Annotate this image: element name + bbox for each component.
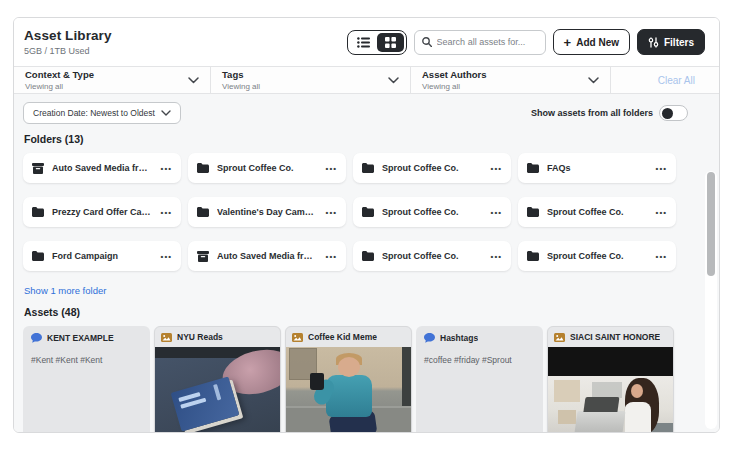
- folder-icon: [527, 163, 539, 173]
- folder-card[interactable]: Auto Saved Media from Co... •••: [188, 241, 346, 271]
- filter-tags-text: Tags Viewing all: [222, 69, 260, 91]
- asset-title: Coffee Kid Meme: [308, 332, 377, 342]
- asset-card-image[interactable]: Coffee Kid Meme: [285, 326, 412, 433]
- folder-name: Valentine's Day Campaign (...: [217, 207, 318, 217]
- folder-menu-button[interactable]: •••: [656, 252, 667, 261]
- filter-context-type-text: Context & Type Viewing all: [25, 69, 94, 91]
- folder-name: FAQs: [547, 163, 648, 173]
- folder-menu-button[interactable]: •••: [491, 252, 502, 261]
- folder-icon: [527, 207, 539, 217]
- filter-asset-authors[interactable]: Asset Authors Viewing all: [411, 67, 611, 93]
- asset-library-panel: Asset Library 5GB / 1TB Used: [13, 17, 720, 433]
- chevron-down-icon: [588, 77, 599, 84]
- asset-body-text: #coffee #friday #Sprout: [424, 355, 535, 365]
- clear-all-button[interactable]: Clear All: [611, 67, 719, 93]
- folder-menu-button[interactable]: •••: [656, 164, 667, 173]
- folder-card[interactable]: Sprout Coffee Co. •••: [518, 241, 676, 271]
- filter-value: Viewing all: [422, 82, 487, 91]
- controls-row: Creation Date: Newest to Oldest Show ass…: [23, 102, 710, 124]
- asset-card-image[interactable]: SIACI SAINT HONORE: [547, 326, 674, 433]
- archive-folder-icon: [197, 251, 209, 262]
- folder-icon: [32, 251, 44, 261]
- folder-menu-button[interactable]: •••: [161, 164, 172, 173]
- add-new-label: Add New: [576, 37, 619, 48]
- asset-title: SIACI SAINT HONORE: [570, 332, 660, 342]
- asset-card-header: SIACI SAINT HONORE: [548, 327, 673, 347]
- list-view-button[interactable]: [350, 33, 377, 52]
- asset-body-text: #Kent #Kent #Kent: [31, 355, 142, 365]
- folder-card[interactable]: Sprout Coffee Co. •••: [353, 197, 511, 227]
- toggle-knob: [662, 108, 673, 119]
- folder-name: Sprout Coffee Co.: [382, 251, 483, 261]
- folder-menu-button[interactable]: •••: [326, 252, 337, 261]
- folder-menu-button[interactable]: •••: [656, 208, 667, 217]
- folder-icon: [32, 207, 44, 217]
- show-all-folders-label: Show assets from all folders: [531, 108, 653, 118]
- filter-asset-authors-text: Asset Authors Viewing all: [422, 69, 487, 91]
- folder-menu-button[interactable]: •••: [491, 208, 502, 217]
- folder-menu-button[interactable]: •••: [491, 164, 502, 173]
- chevron-down-icon: [188, 77, 199, 84]
- folder-name: Sprout Coffee Co.: [547, 251, 648, 261]
- folder-name: Sprout Coffee Co.: [382, 163, 483, 173]
- folder-card[interactable]: Sprout Coffee Co. •••: [518, 197, 676, 227]
- folder-card[interactable]: Sprout Coffee Co. •••: [353, 153, 511, 183]
- filter-label: Asset Authors: [422, 69, 487, 80]
- folder-card[interactable]: Prezzy Card Offer Campaign •••: [23, 197, 181, 227]
- header-actions: + Add New Filters: [347, 29, 705, 55]
- sort-dropdown[interactable]: Creation Date: Newest to Oldest: [23, 102, 181, 124]
- asset-thumbnail: [548, 347, 673, 433]
- asset-card-header: KENT EXAMPLE: [31, 333, 142, 343]
- asset-title: Hashtags: [440, 333, 478, 343]
- asset-thumbnail: [155, 347, 280, 433]
- chat-bubble-icon: [424, 333, 435, 343]
- asset-title: NYU Reads: [177, 332, 223, 342]
- filter-label: Tags: [222, 69, 260, 80]
- folder-icon: [362, 207, 374, 217]
- filters-label: Filters: [664, 37, 694, 48]
- add-new-button[interactable]: + Add New: [553, 29, 630, 55]
- asset-card-image[interactable]: NYU Reads: [154, 326, 281, 433]
- folder-name: Sprout Coffee Co.: [547, 207, 648, 217]
- folder-card[interactable]: Valentine's Day Campaign (... •••: [188, 197, 346, 227]
- storage-used-label: 5GB / 1TB Used: [24, 46, 112, 56]
- folder-card[interactable]: Sprout Coffee Co. •••: [188, 153, 346, 183]
- folder-card[interactable]: Ford Campaign •••: [23, 241, 181, 271]
- folder-menu-button[interactable]: •••: [161, 252, 172, 261]
- scrollbar-thumb[interactable]: [707, 172, 715, 276]
- asset-card-text[interactable]: Hashtags #coffee #friday #Sprout: [416, 326, 543, 433]
- sliders-icon: [648, 37, 659, 48]
- filter-tags[interactable]: Tags Viewing all: [211, 67, 411, 93]
- chat-bubble-icon: [31, 333, 42, 343]
- scrollbar-track[interactable]: [705, 171, 717, 429]
- filter-context-type[interactable]: Context & Type Viewing all: [14, 67, 211, 93]
- folder-icon: [362, 251, 374, 261]
- assets-heading: Assets (48): [24, 306, 710, 318]
- show-more-folders-link[interactable]: Show 1 more folder: [24, 285, 106, 296]
- show-all-folders-toggle[interactable]: [659, 105, 688, 121]
- filters-button[interactable]: Filters: [637, 29, 705, 55]
- asset-title: KENT EXAMPLE: [47, 333, 114, 343]
- asset-card-header: Coffee Kid Meme: [286, 327, 411, 347]
- folder-menu-button[interactable]: •••: [326, 164, 337, 173]
- asset-card-header: NYU Reads: [155, 327, 280, 347]
- folder-menu-button[interactable]: •••: [326, 208, 337, 217]
- folder-card[interactable]: FAQs •••: [518, 153, 676, 183]
- folder-icon: [362, 163, 374, 173]
- grid-view-button[interactable]: [377, 33, 404, 52]
- asset-card-text[interactable]: KENT EXAMPLE #Kent #Kent #Kent: [23, 326, 150, 433]
- assets-grid: KENT EXAMPLE #Kent #Kent #Kent NYU Reads: [23, 326, 710, 433]
- folder-menu-button[interactable]: •••: [161, 208, 172, 217]
- chevron-down-icon: [388, 77, 399, 84]
- folder-card[interactable]: Sprout Coffee Co. •••: [353, 241, 511, 271]
- asset-card-header: Hashtags: [424, 333, 535, 343]
- view-toggle: [347, 30, 407, 55]
- list-view-icon: [357, 37, 370, 48]
- search-input[interactable]: [437, 37, 538, 47]
- folder-icon: [197, 163, 209, 173]
- folder-name: Sprout Coffee Co.: [217, 163, 318, 173]
- search-icon: [422, 37, 432, 47]
- grid-view-icon: [385, 37, 396, 48]
- folder-card[interactable]: Auto Saved Media from Co... •••: [23, 153, 181, 183]
- image-icon: [161, 333, 172, 342]
